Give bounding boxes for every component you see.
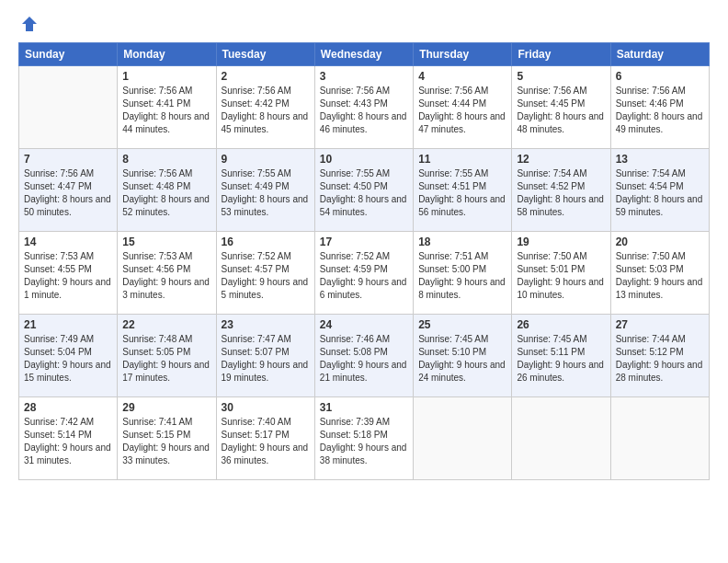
day-number: 3	[320, 70, 408, 83]
day-info: Sunrise: 7:48 AMSunset: 5:05 PMDaylight:…	[122, 333, 210, 385]
day-info: Sunrise: 7:52 AMSunset: 4:57 PMDaylight:…	[222, 250, 310, 302]
day-number: 27	[616, 318, 704, 331]
calendar-cell: 14 Sunrise: 7:53 AMSunset: 4:55 PMDaylig…	[19, 232, 118, 315]
day-info: Sunrise: 7:51 AMSunset: 5:00 PMDaylight:…	[418, 250, 506, 302]
calendar-cell: 5 Sunrise: 7:56 AMSunset: 4:45 PMDayligh…	[512, 66, 610, 149]
day-info: Sunrise: 7:55 AMSunset: 4:51 PMDaylight:…	[418, 167, 506, 219]
day-info: Sunrise: 7:56 AMSunset: 4:45 PMDaylight:…	[517, 85, 605, 136]
calendar-cell: 29 Sunrise: 7:41 AMSunset: 5:15 PMDaylig…	[118, 397, 216, 480]
calendar-cell: 15 Sunrise: 7:53 AMSunset: 4:56 PMDaylig…	[118, 232, 216, 315]
day-number: 26	[517, 318, 605, 331]
calendar-header-row: SundayMondayTuesdayWednesdayThursdayFrid…	[19, 43, 710, 66]
day-number: 10	[320, 153, 408, 166]
day-number: 18	[418, 236, 506, 248]
day-info: Sunrise: 7:56 AMSunset: 4:43 PMDaylight:…	[320, 85, 408, 136]
day-info: Sunrise: 7:55 AMSunset: 4:49 PMDaylight:…	[222, 167, 310, 219]
day-number: 8	[122, 153, 210, 166]
day-number: 20	[616, 236, 704, 248]
calendar-cell: 12 Sunrise: 7:54 AMSunset: 4:52 PMDaylig…	[512, 149, 610, 232]
day-info: Sunrise: 7:44 AMSunset: 5:12 PMDaylight:…	[616, 333, 704, 385]
logo	[18, 15, 39, 33]
day-info: Sunrise: 7:45 AMSunset: 5:10 PMDaylight:…	[418, 333, 506, 385]
calendar-week-row: 1 Sunrise: 7:56 AMSunset: 4:41 PMDayligh…	[19, 66, 710, 149]
calendar-cell: 21 Sunrise: 7:49 AMSunset: 5:04 PMDaylig…	[19, 315, 118, 397]
calendar-cell: 30 Sunrise: 7:40 AMSunset: 5:17 PMDaylig…	[216, 397, 314, 480]
calendar-cell: 8 Sunrise: 7:56 AMSunset: 4:48 PMDayligh…	[118, 149, 216, 232]
day-number: 19	[517, 236, 605, 248]
calendar-cell: 10 Sunrise: 7:55 AMSunset: 4:50 PMDaylig…	[314, 149, 413, 232]
day-number: 12	[517, 153, 605, 166]
day-number: 7	[24, 153, 112, 166]
day-info: Sunrise: 7:47 AMSunset: 5:07 PMDaylight:…	[222, 333, 310, 385]
calendar-cell: 16 Sunrise: 7:52 AMSunset: 4:57 PMDaylig…	[216, 232, 314, 315]
day-number: 13	[616, 153, 704, 166]
calendar-cell	[19, 66, 118, 149]
day-number: 22	[122, 318, 210, 331]
day-number: 15	[122, 236, 210, 248]
day-number: 29	[122, 401, 210, 414]
day-number: 6	[616, 70, 704, 83]
day-header-tuesday: Tuesday	[216, 43, 314, 66]
day-info: Sunrise: 7:56 AMSunset: 4:47 PMDaylight:…	[24, 167, 112, 219]
day-number: 28	[24, 401, 112, 414]
calendar-cell: 1 Sunrise: 7:56 AMSunset: 4:41 PMDayligh…	[118, 66, 216, 149]
day-info: Sunrise: 7:42 AMSunset: 5:14 PMDaylight:…	[24, 416, 112, 467]
calendar-cell: 25 Sunrise: 7:45 AMSunset: 5:10 PMDaylig…	[414, 315, 512, 397]
day-header-thursday: Thursday	[414, 43, 512, 66]
calendar-cell: 26 Sunrise: 7:45 AMSunset: 5:11 PMDaylig…	[512, 315, 610, 397]
day-number: 23	[222, 318, 310, 331]
calendar-cell	[414, 397, 512, 480]
day-number: 2	[222, 70, 310, 83]
calendar-cell: 18 Sunrise: 7:51 AMSunset: 5:00 PMDaylig…	[414, 232, 512, 315]
calendar-cell: 13 Sunrise: 7:54 AMSunset: 4:54 PMDaylig…	[610, 149, 709, 232]
calendar-week-row: 7 Sunrise: 7:56 AMSunset: 4:47 PMDayligh…	[19, 149, 710, 232]
calendar-cell: 3 Sunrise: 7:56 AMSunset: 4:43 PMDayligh…	[314, 66, 413, 149]
svg-marker-0	[22, 17, 37, 31]
calendar-cell: 11 Sunrise: 7:55 AMSunset: 4:51 PMDaylig…	[414, 149, 512, 232]
day-header-saturday: Saturday	[610, 43, 709, 66]
day-header-monday: Monday	[118, 43, 216, 66]
day-number: 25	[418, 318, 506, 331]
calendar-week-row: 14 Sunrise: 7:53 AMSunset: 4:55 PMDaylig…	[19, 232, 710, 315]
calendar-cell: 28 Sunrise: 7:42 AMSunset: 5:14 PMDaylig…	[19, 397, 118, 480]
day-header-sunday: Sunday	[19, 43, 118, 66]
calendar-cell: 23 Sunrise: 7:47 AMSunset: 5:07 PMDaylig…	[216, 315, 314, 397]
calendar-cell: 22 Sunrise: 7:48 AMSunset: 5:05 PMDaylig…	[118, 315, 216, 397]
day-info: Sunrise: 7:53 AMSunset: 4:56 PMDaylight:…	[122, 250, 210, 302]
calendar-cell: 20 Sunrise: 7:50 AMSunset: 5:03 PMDaylig…	[610, 232, 709, 315]
day-info: Sunrise: 7:40 AMSunset: 5:17 PMDaylight:…	[222, 416, 310, 467]
day-info: Sunrise: 7:45 AMSunset: 5:11 PMDaylight:…	[517, 333, 605, 385]
day-number: 31	[320, 401, 408, 414]
logo-icon	[20, 15, 39, 33]
calendar-cell: 19 Sunrise: 7:50 AMSunset: 5:01 PMDaylig…	[512, 232, 610, 315]
day-number: 17	[320, 236, 408, 248]
calendar-body: 1 Sunrise: 7:56 AMSunset: 4:41 PMDayligh…	[19, 66, 710, 480]
day-number: 11	[418, 153, 506, 166]
day-number: 9	[222, 153, 310, 166]
calendar-cell: 4 Sunrise: 7:56 AMSunset: 4:44 PMDayligh…	[414, 66, 512, 149]
calendar-cell: 2 Sunrise: 7:56 AMSunset: 4:42 PMDayligh…	[216, 66, 314, 149]
day-info: Sunrise: 7:56 AMSunset: 4:48 PMDaylight:…	[122, 167, 210, 219]
calendar-cell: 17 Sunrise: 7:52 AMSunset: 4:59 PMDaylig…	[314, 232, 413, 315]
day-info: Sunrise: 7:56 AMSunset: 4:44 PMDaylight:…	[418, 85, 506, 136]
day-info: Sunrise: 7:55 AMSunset: 4:50 PMDaylight:…	[320, 167, 408, 219]
day-info: Sunrise: 7:56 AMSunset: 4:42 PMDaylight:…	[222, 85, 310, 136]
calendar-cell: 24 Sunrise: 7:46 AMSunset: 5:08 PMDaylig…	[314, 315, 413, 397]
day-info: Sunrise: 7:49 AMSunset: 5:04 PMDaylight:…	[24, 333, 112, 385]
day-number: 30	[222, 401, 310, 414]
day-header-friday: Friday	[512, 43, 610, 66]
day-info: Sunrise: 7:46 AMSunset: 5:08 PMDaylight:…	[320, 333, 408, 385]
day-info: Sunrise: 7:50 AMSunset: 5:01 PMDaylight:…	[517, 250, 605, 302]
calendar-week-row: 28 Sunrise: 7:42 AMSunset: 5:14 PMDaylig…	[19, 397, 710, 480]
day-info: Sunrise: 7:39 AMSunset: 5:18 PMDaylight:…	[320, 416, 408, 467]
day-info: Sunrise: 7:50 AMSunset: 5:03 PMDaylight:…	[616, 250, 704, 302]
calendar-cell	[512, 397, 610, 480]
calendar-week-row: 21 Sunrise: 7:49 AMSunset: 5:04 PMDaylig…	[19, 315, 710, 397]
day-info: Sunrise: 7:56 AMSunset: 4:46 PMDaylight:…	[616, 85, 704, 136]
day-info: Sunrise: 7:53 AMSunset: 4:55 PMDaylight:…	[24, 250, 112, 302]
calendar-cell: 7 Sunrise: 7:56 AMSunset: 4:47 PMDayligh…	[19, 149, 118, 232]
day-number: 4	[418, 70, 506, 83]
calendar-cell	[610, 397, 709, 480]
day-info: Sunrise: 7:56 AMSunset: 4:41 PMDaylight:…	[122, 85, 210, 136]
calendar-table: SundayMondayTuesdayWednesdayThursdayFrid…	[18, 42, 710, 480]
